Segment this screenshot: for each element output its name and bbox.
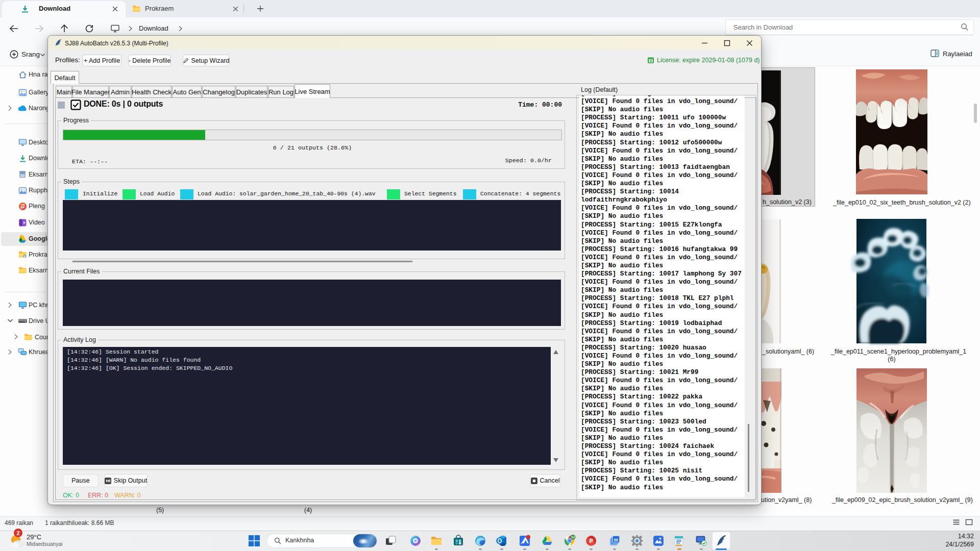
svg-text:P: P bbox=[590, 538, 593, 544]
svg-text:SJ: SJ bbox=[571, 536, 575, 539]
